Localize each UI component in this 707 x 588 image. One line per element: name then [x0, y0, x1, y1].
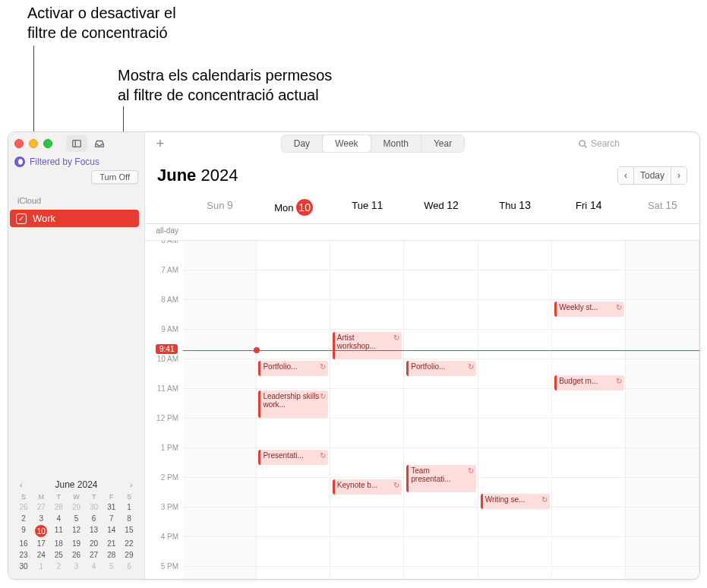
- calendar-work-checkbox[interactable]: ✓: [16, 213, 27, 224]
- mini-cal-day[interactable]: 12: [68, 525, 84, 537]
- event[interactable]: Leadership skills work...↻: [258, 390, 327, 418]
- sidebar-group-icloud: iCloud: [8, 185, 144, 208]
- mini-cal-day[interactable]: 31: [104, 502, 119, 512]
- day-header-sat[interactable]: Sat 15: [626, 191, 699, 223]
- mini-cal-label: June 2024: [55, 479, 97, 490]
- focus-filter-indicator[interactable]: Filtered by Focus: [8, 155, 144, 169]
- next-week-button[interactable]: ›: [671, 167, 686, 184]
- mini-cal-day[interactable]: 3: [33, 514, 49, 523]
- calendar-item-work[interactable]: ✓ Work: [10, 210, 139, 227]
- view-year[interactable]: Year: [421, 135, 464, 152]
- day-header-mon[interactable]: Mon 10: [257, 191, 330, 223]
- callout-permitted-calendars: Mostra els calendaris permesos al filtre…: [118, 65, 332, 105]
- view-week[interactable]: Week: [323, 135, 371, 152]
- event[interactable]: Writing se...↻: [481, 494, 550, 509]
- mini-cal-day[interactable]: 30: [16, 561, 31, 571]
- mini-cal-day[interactable]: 2: [16, 514, 31, 523]
- inbox-button[interactable]: [89, 135, 110, 152]
- day-header-wed[interactable]: Wed 12: [404, 191, 478, 223]
- mini-cal-next[interactable]: ›: [126, 479, 137, 490]
- mini-cal-day[interactable]: 24: [33, 550, 49, 560]
- mini-cal-day[interactable]: 27: [87, 550, 102, 560]
- mini-cal-day[interactable]: 16: [16, 539, 31, 548]
- event[interactable]: Presentati...↻: [258, 450, 327, 465]
- sidebar-toggle-button[interactable]: [66, 135, 87, 152]
- mini-cal-day[interactable]: 29: [68, 502, 84, 512]
- mini-cal-day[interactable]: 13: [87, 525, 102, 537]
- time-grid[interactable]: 6 AM7 AM8 AM9 AM10 AM11 AM12 PM1 PM2 PM3…: [145, 241, 699, 579]
- recurring-icon: ↻: [320, 362, 326, 375]
- mini-cal-day[interactable]: 28: [51, 502, 66, 512]
- mini-cal-day[interactable]: 25: [51, 550, 66, 560]
- mini-cal-day[interactable]: 2: [51, 561, 66, 571]
- mini-cal-day[interactable]: 5: [104, 561, 119, 571]
- mini-cal-day[interactable]: 28: [104, 550, 119, 560]
- recurring-icon: ↻: [393, 481, 399, 493]
- recurring-icon: ↻: [320, 392, 326, 416]
- mini-cal-day[interactable]: 18: [51, 539, 66, 548]
- focus-icon: [14, 156, 25, 167]
- mini-cal-day[interactable]: 5: [68, 514, 84, 523]
- all-day-row: all-day: [145, 224, 699, 241]
- view-day[interactable]: Day: [282, 135, 323, 152]
- mini-cal-prev[interactable]: ‹: [16, 479, 27, 490]
- mini-cal-day[interactable]: 6: [87, 514, 102, 523]
- search-field[interactable]: Search: [578, 138, 692, 149]
- recurring-icon: ↻: [320, 451, 326, 463]
- turn-off-focus-button[interactable]: Turn Off: [91, 170, 138, 184]
- mini-cal-day[interactable]: 15: [122, 525, 137, 537]
- minimize-window-icon[interactable]: [29, 139, 38, 148]
- all-day-label: all-day: [145, 224, 183, 240]
- day-header-row: Sun 9Mon 10Tue 11Wed 12Thu 13Fri 14Sat 1…: [145, 191, 699, 224]
- mini-cal-day[interactable]: 21: [104, 539, 119, 548]
- event[interactable]: Portfolio...↻: [406, 361, 475, 376]
- mini-cal-day[interactable]: 4: [87, 561, 102, 571]
- mini-cal-day[interactable]: 7: [104, 514, 119, 523]
- event[interactable]: Budget m...↻: [554, 375, 623, 390]
- day-header-thu[interactable]: Thu 13: [478, 191, 552, 223]
- traffic-lights: [14, 139, 52, 148]
- mini-cal-day[interactable]: 26: [68, 550, 84, 560]
- mini-cal-day[interactable]: 29: [122, 550, 137, 560]
- day-header-sun[interactable]: Sun 9: [183, 191, 257, 223]
- current-time-line: [183, 350, 699, 351]
- prev-week-button[interactable]: ‹: [618, 167, 634, 184]
- svg-line-3: [585, 145, 586, 147]
- event[interactable]: Team presentati...↻: [406, 465, 475, 492]
- event[interactable]: Artist workshop...↻: [333, 332, 402, 359]
- event[interactable]: Portfolio...↻: [258, 361, 327, 376]
- mini-cal-day[interactable]: 10: [35, 525, 47, 537]
- day-header-tue[interactable]: Tue 11: [330, 191, 404, 223]
- close-window-icon[interactable]: [14, 139, 24, 148]
- today-button[interactable]: Today: [634, 167, 671, 184]
- callout-activate-focus: Activar o desactivar el filtre de concen…: [27, 3, 176, 43]
- mini-cal-day[interactable]: 3: [68, 561, 84, 571]
- window-titlebar: [8, 132, 144, 155]
- mini-cal-day[interactable]: 6: [122, 561, 137, 571]
- mini-cal-day[interactable]: 17: [33, 539, 49, 548]
- week-nav: ‹ Today ›: [617, 166, 687, 185]
- mini-cal-day[interactable]: 26: [16, 502, 31, 512]
- mini-cal-day[interactable]: 30: [87, 502, 102, 512]
- mini-cal-day[interactable]: 4: [51, 514, 66, 523]
- mini-cal-day[interactable]: 1: [122, 502, 137, 512]
- mini-cal-day[interactable]: 9: [16, 525, 31, 537]
- maximize-window-icon[interactable]: [43, 139, 52, 148]
- mini-cal-day[interactable]: 22: [122, 539, 137, 548]
- mini-cal-day[interactable]: 11: [51, 525, 66, 537]
- mini-cal-day[interactable]: 19: [68, 539, 84, 548]
- event[interactable]: Weekly st...↻: [554, 302, 623, 317]
- view-month[interactable]: Month: [371, 135, 421, 152]
- mini-cal-day[interactable]: 27: [33, 502, 49, 512]
- event[interactable]: Keynote b...↻: [333, 479, 402, 495]
- view-segmented-control[interactable]: DayWeekMonthYear: [281, 134, 465, 153]
- mini-cal-day[interactable]: 23: [16, 550, 31, 560]
- mini-cal-day[interactable]: 14: [104, 525, 119, 537]
- mini-cal-day[interactable]: 1: [33, 561, 49, 571]
- day-header-fri[interactable]: Fri 14: [552, 191, 626, 223]
- recurring-icon: ↻: [541, 495, 548, 507]
- mini-cal-day[interactable]: 8: [122, 514, 137, 523]
- svg-point-2: [579, 141, 585, 146]
- new-event-button[interactable]: +: [153, 136, 168, 151]
- mini-cal-day[interactable]: 20: [87, 539, 102, 548]
